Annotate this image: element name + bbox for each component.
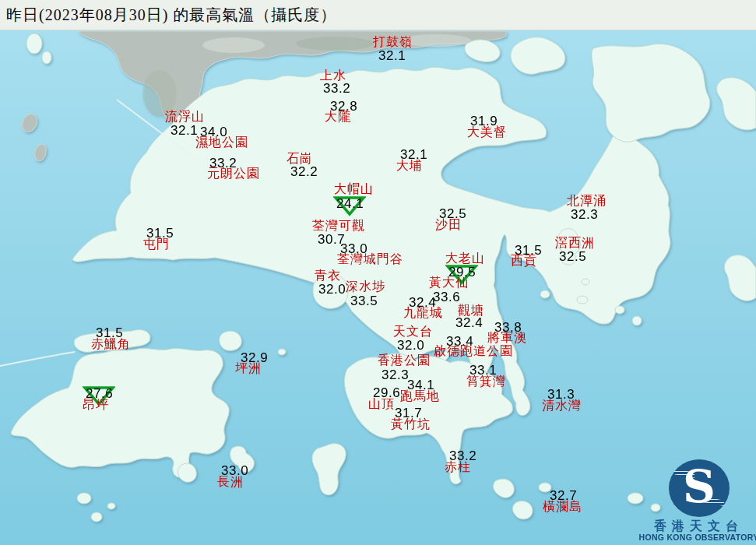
station-value: 33.5 xyxy=(350,294,378,308)
station-value: 32.7 xyxy=(550,489,577,502)
station-value: 32.4 xyxy=(409,296,436,309)
station-value: 33.1 xyxy=(469,364,497,377)
station-value: 24.1 xyxy=(336,197,364,210)
station-label: 北潭涌 xyxy=(567,195,607,207)
hko-max-temperature-map: 32.1打鼓嶺33.2上水32.8大隴32.1流浮山34.0濕地公園33.2元朗… xyxy=(0,0,756,545)
hko-logo-disc: S xyxy=(669,459,730,517)
station-label: 大老山 xyxy=(445,252,485,265)
station-value: 31.7 xyxy=(395,406,422,420)
title-bar: 昨日(2023年08月30日) 的最高氣溫（攝氏度） xyxy=(0,0,756,30)
station-label: 大帽山 xyxy=(334,183,374,195)
station-value: 32.5 xyxy=(439,207,466,220)
hko-logo-name-en: HONG KONG OBSERVATORY xyxy=(631,533,756,542)
station-value: 31.3 xyxy=(547,388,575,401)
station-value: 33.0 xyxy=(221,464,248,477)
station-value: 29.5 xyxy=(448,265,476,279)
station-value: 33.4 xyxy=(446,335,473,348)
station-value: 32.9 xyxy=(241,351,268,364)
station-value: 33.2 xyxy=(323,82,350,95)
station-value: 32.1 xyxy=(400,148,427,161)
station-value: 31.9 xyxy=(470,114,498,128)
station-value: 33.0 xyxy=(340,242,367,255)
station-value: 34.0 xyxy=(200,125,227,139)
station-value: 32.8 xyxy=(330,100,357,113)
station-value: 32.0 xyxy=(318,283,346,296)
station-label: 打鼓嶺 xyxy=(373,36,413,48)
station-value: 34.1 xyxy=(407,378,434,392)
station-value: 31.5 xyxy=(146,227,174,240)
station-value: 33.2 xyxy=(449,449,476,462)
station-value: 32.2 xyxy=(290,165,318,178)
station-value: 32.3 xyxy=(382,368,409,382)
station-value: 33.8 xyxy=(494,321,522,334)
station-label: 上水 xyxy=(320,69,346,82)
station-value: 33.2 xyxy=(209,156,237,170)
station-value: 32.3 xyxy=(571,208,598,221)
station-label: 青衣 xyxy=(315,269,341,282)
station-value: 32.5 xyxy=(559,250,586,263)
station-value: 31.5 xyxy=(96,326,123,339)
station-label: 深水埗 xyxy=(346,280,385,293)
station-value: 31.5 xyxy=(515,244,542,257)
station-value: 32.1 xyxy=(171,124,198,137)
station-value: 33.6 xyxy=(433,290,460,304)
station-value: 32.0 xyxy=(397,339,424,352)
station-value: 32.4 xyxy=(455,316,483,329)
page-title: 昨日(2023年08月30日) 的最高氣溫（攝氏度） xyxy=(6,5,336,26)
station-label: 天文台 xyxy=(393,325,433,338)
station-value: 29.6 xyxy=(373,386,400,399)
station-label: 荃灣可觀 xyxy=(312,220,365,232)
station-label: 香港公園 xyxy=(378,354,431,367)
station-label: 流浮山 xyxy=(165,111,205,123)
station-value: 27.6 xyxy=(86,387,113,400)
hko-logo: S 香港天文台 HONG KONG OBSERVATORY xyxy=(631,456,756,545)
station-label: 滘西洲 xyxy=(555,237,595,249)
station-label: 石崗 xyxy=(287,153,313,165)
station-value: 32.1 xyxy=(378,49,406,62)
